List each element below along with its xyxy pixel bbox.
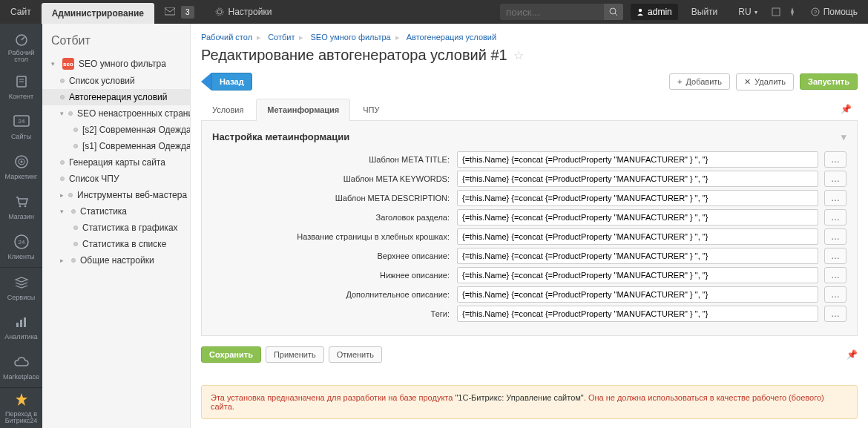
svg-text:?: ?: [813, 9, 817, 16]
tree-item-stats-list[interactable]: Статистика в списке: [42, 236, 190, 252]
nav-label: Магазин: [8, 213, 34, 220]
nav-label: Переход в Битрикс24: [5, 411, 38, 424]
svg-point-19: [19, 205, 21, 208]
tree-item-seo-unconfig[interactable]: ▾SEO ненастроенных страниц: [42, 105, 190, 122]
gear-icon: [215, 7, 224, 16]
template-helper-button[interactable]: …: [824, 286, 846, 303]
back-button[interactable]: Назад: [211, 73, 252, 90]
template-helper-button[interactable]: …: [824, 151, 846, 168]
nav-marketplace[interactable]: Marketplace: [0, 347, 42, 387]
bullet-icon: [60, 177, 65, 181]
nav-marketing[interactable]: Маркетинг: [0, 147, 42, 187]
breadcrumb-title-input[interactable]: [457, 228, 818, 245]
nav-bitrix24[interactable]: Переход в Битрикс24: [0, 387, 42, 427]
dev-warning: Эта установка предназначена для разработ…: [201, 385, 858, 419]
nav-label: Маркетинг: [5, 173, 38, 180]
tags-input[interactable]: [457, 306, 818, 322]
messages-indicator[interactable]: 3: [154, 0, 205, 24]
crumb-link[interactable]: SEO умного фильтра: [311, 33, 391, 42]
favorite-star-icon[interactable]: ☆: [513, 48, 524, 62]
top-desc-input[interactable]: [457, 248, 818, 264]
nav-label: Рабочий стол: [8, 50, 34, 63]
tree-item-s1[interactable]: [s1] Современная Одежда+: [42, 138, 190, 154]
tree-item-webmaster[interactable]: ▸Инструменты веб-мастера: [42, 187, 190, 203]
field-label: Шаблон META KEYWORDS:: [212, 174, 457, 183]
template-helper-button[interactable]: …: [824, 171, 846, 187]
nav-content[interactable]: Контент: [0, 67, 42, 107]
tree-item-general[interactable]: ▸Общие настройки: [42, 252, 190, 269]
search-input[interactable]: [500, 4, 604, 21]
help-pin-icon[interactable]: [784, 0, 800, 24]
delete-button[interactable]: ✕Удалить: [736, 73, 794, 90]
add-button[interactable]: +Добавить: [669, 73, 730, 90]
tree-item-conditions[interactable]: Список условий: [42, 73, 190, 89]
meta-title-input[interactable]: [457, 151, 818, 168]
section-title-input[interactable]: [457, 209, 818, 225]
target-icon: [13, 154, 30, 170]
apply-button[interactable]: Применить: [266, 346, 324, 363]
tree-label: Общие настройки: [80, 255, 154, 266]
crumb-link[interactable]: Автогенерация условий: [407, 33, 496, 42]
main-area: Рабочий стол▸ Сотбит▸ SEO умного фильтра…: [191, 24, 868, 428]
pin-icon[interactable]: 📌: [846, 349, 858, 360]
field-label: Шаблон META DESCRIPTION:: [212, 194, 457, 203]
run-button[interactable]: Запустить: [800, 73, 858, 90]
nav-analytics[interactable]: Аналитика: [0, 307, 42, 347]
collapse-caret-icon[interactable]: ▾: [841, 131, 846, 142]
fullscreen-icon[interactable]: [768, 0, 784, 24]
tab-metainfo[interactable]: Метаинформация: [256, 99, 350, 121]
meta-keywords-input[interactable]: [457, 171, 818, 187]
settings-link[interactable]: Настройки: [205, 0, 283, 24]
tree-item-stats[interactable]: ▾Статистика: [42, 203, 190, 220]
meta-settings-panel: Настройка метаинформации ▾ Шаблон META T…: [201, 121, 858, 336]
nav-services[interactable]: Сервисы: [0, 267, 42, 307]
nav-clients[interactable]: 24 Клиенты: [0, 227, 42, 267]
meta-description-input[interactable]: [457, 190, 818, 206]
crumb-link[interactable]: Рабочий стол: [201, 33, 252, 42]
template-helper-button[interactable]: …: [824, 306, 846, 322]
crumb-link[interactable]: Сотбит: [268, 33, 295, 42]
top-search[interactable]: [500, 4, 623, 20]
caret-down-icon: ▾: [60, 110, 64, 117]
cancel-button[interactable]: Отменить: [329, 346, 382, 363]
tree-item-stats-graph[interactable]: Статистика в графиках: [42, 220, 190, 236]
svg-point-18: [20, 161, 22, 163]
tree-item-autogen[interactable]: Автогенерация условий: [42, 89, 190, 105]
svg-point-5: [639, 9, 642, 12]
logout-link[interactable]: Выйти: [681, 0, 729, 24]
tree-item-sitemap[interactable]: Генерация карты сайта: [42, 154, 190, 171]
user-chip[interactable]: admin: [631, 4, 678, 20]
nav-desktop[interactable]: Рабочий стол: [0, 27, 42, 67]
extra-desc-input[interactable]: [457, 286, 818, 303]
tree-label: Генерация карты сайта: [69, 157, 165, 168]
tab-admin[interactable]: Администрирование: [42, 3, 154, 24]
cart-icon: [13, 194, 30, 210]
template-helper-button[interactable]: …: [824, 267, 846, 283]
svg-text:24: 24: [18, 118, 24, 125]
template-helper-button[interactable]: …: [824, 248, 846, 264]
svg-rect-25: [24, 317, 26, 327]
nav-shop[interactable]: Магазин: [0, 187, 42, 227]
user-icon: [637, 8, 644, 16]
svg-rect-6: [772, 8, 780, 16]
bottom-desc-input[interactable]: [457, 267, 818, 283]
tree-item-sef-list[interactable]: Список ЧПУ: [42, 171, 190, 187]
help-link[interactable]: ? Помощь: [800, 0, 868, 24]
field-label: Название страницы в хлебных крошках:: [212, 232, 457, 241]
template-helper-button[interactable]: …: [824, 209, 846, 225]
nav-sites[interactable]: 24 Сайты: [0, 107, 42, 147]
lang-switch[interactable]: RU ▾: [728, 0, 767, 24]
save-button[interactable]: Сохранить: [201, 346, 261, 363]
tree-root[interactable]: ▾ seo SEO умного фильтра: [42, 55, 190, 73]
template-helper-button[interactable]: …: [824, 228, 846, 245]
tab-sef[interactable]: ЧПУ: [352, 99, 390, 121]
nav-label: Клиенты: [7, 253, 34, 260]
svg-point-1: [217, 10, 222, 14]
pin-icon[interactable]: 📌: [835, 98, 858, 120]
tab-conditions[interactable]: Условия: [201, 99, 254, 121]
tab-site[interactable]: Сайт: [0, 0, 42, 24]
tree-label: Список условий: [69, 76, 135, 86]
template-helper-button[interactable]: …: [824, 190, 846, 206]
tree-item-s2[interactable]: [s2] Современная Одежда+: [42, 122, 190, 138]
search-button[interactable]: [604, 4, 623, 20]
